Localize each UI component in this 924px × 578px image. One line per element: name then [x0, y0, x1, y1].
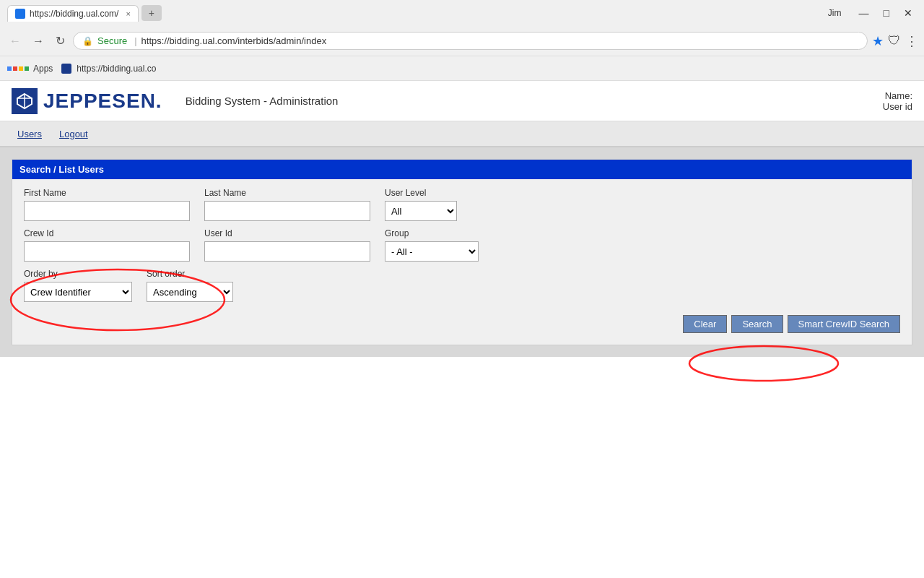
- bookmark-ual[interactable]: https://bidding.ual.co: [61, 64, 156, 74]
- user-level-select[interactable]: All: [385, 201, 457, 221]
- address-bar[interactable]: 🔒 Secure | https://bidding.ual.com/inter…: [73, 32, 868, 50]
- group-select[interactable]: - All -: [385, 241, 479, 262]
- bookmark-apps[interactable]: Apps: [7, 64, 53, 74]
- search-panel: Search / List Users First Name Last Name…: [12, 159, 912, 345]
- crew-id-input[interactable]: [24, 241, 190, 262]
- form-group-group: Group - All -: [385, 228, 479, 262]
- form-row-1: First Name Last Name User Level All: [24, 188, 900, 221]
- logo-text: JEPPESEN.: [43, 90, 162, 113]
- bookmark-ual-label: https://bidding.ual.co: [77, 64, 156, 74]
- last-name-input[interactable]: [204, 201, 370, 221]
- search-panel-body: First Name Last Name User Level All: [12, 179, 912, 345]
- order-by-label: Order by: [24, 269, 132, 279]
- form-group-orderby: Order by Crew Identifier: [24, 269, 132, 302]
- nav-bar: Users Logout: [0, 121, 924, 147]
- form-group-sortorder: Sort order Ascending: [147, 269, 233, 302]
- app-title: Bidding System - Administration: [186, 95, 339, 107]
- bookmark-apps-label: Apps: [33, 64, 53, 74]
- nav-logout[interactable]: Logout: [51, 123, 97, 145]
- address-url: https://bidding.ual.com/interbids/admin/…: [141, 35, 327, 46]
- search-panel-header: Search / List Users: [12, 160, 912, 179]
- logo: JEPPESEN.: [12, 88, 162, 114]
- logo-icon: [12, 88, 38, 114]
- secure-label: Secure: [97, 35, 127, 46]
- user-id-label: User id: [883, 101, 912, 112]
- tab-close-button[interactable]: ×: [126, 9, 130, 18]
- window-username: Jim: [828, 8, 842, 18]
- clear-button[interactable]: Clear: [683, 315, 727, 333]
- close-button[interactable]: ✕: [899, 6, 917, 20]
- refresh-button[interactable]: ↻: [52, 33, 69, 49]
- back-button[interactable]: ←: [6, 33, 25, 49]
- first-name-input[interactable]: [24, 201, 190, 221]
- form-group-firstname: First Name: [24, 188, 190, 221]
- first-name-label: First Name: [24, 188, 190, 198]
- form-group-userid: User Id: [204, 228, 370, 262]
- group-label: Group: [385, 228, 479, 238]
- minimize-button[interactable]: —: [855, 6, 873, 20]
- more-menu-icon[interactable]: ⋮: [905, 33, 918, 49]
- bookmark-star-icon[interactable]: ★: [872, 33, 884, 49]
- bookmarks-bar: Apps https://bidding.ual.co: [0, 56, 924, 81]
- maximize-button[interactable]: □: [879, 6, 894, 20]
- smart-crewid-search-button[interactable]: Smart CrewID Search: [788, 315, 900, 333]
- form-row-2: Crew Id User Id Group - All -: [24, 228, 900, 262]
- nav-users[interactable]: Users: [9, 123, 51, 145]
- order-by-select[interactable]: Crew Identifier: [24, 282, 132, 302]
- tab-favicon: [15, 9, 25, 19]
- user-level-label: User Level: [385, 188, 457, 198]
- shield-icon: 🛡: [888, 33, 901, 48]
- search-button[interactable]: Search: [731, 315, 783, 333]
- user-id-label: User Id: [204, 228, 370, 238]
- tab-title: https://bidding.ual.com/: [30, 9, 118, 19]
- last-name-label: Last Name: [204, 188, 370, 198]
- sort-order-select[interactable]: Ascending: [147, 282, 233, 302]
- button-row: Clear Search Smart CrewID Search: [24, 309, 900, 336]
- user-info: Name: User id: [883, 90, 912, 112]
- crew-id-label: Crew Id: [24, 228, 190, 238]
- user-id-input[interactable]: [204, 241, 370, 262]
- user-name-label: Name:: [885, 90, 912, 101]
- new-tab-button[interactable]: +: [141, 5, 162, 21]
- address-separator: |: [134, 35, 136, 46]
- form-group-lastname: Last Name: [204, 188, 370, 221]
- form-group-userlevel: User Level All: [385, 188, 457, 221]
- forward-button[interactable]: →: [29, 33, 48, 49]
- form-row-3: Order by Crew Identifier Sort order Asce…: [24, 269, 900, 302]
- secure-icon: 🔒: [82, 36, 93, 46]
- main-content: Search / List Users First Name Last Name…: [0, 147, 924, 357]
- sort-order-label: Sort order: [147, 269, 233, 279]
- app-header: JEPPESEN. Bidding System - Administratio…: [0, 81, 924, 121]
- form-group-crewid: Crew Id: [24, 228, 190, 262]
- browser-tab[interactable]: https://bidding.ual.com/ ×: [7, 5, 139, 22]
